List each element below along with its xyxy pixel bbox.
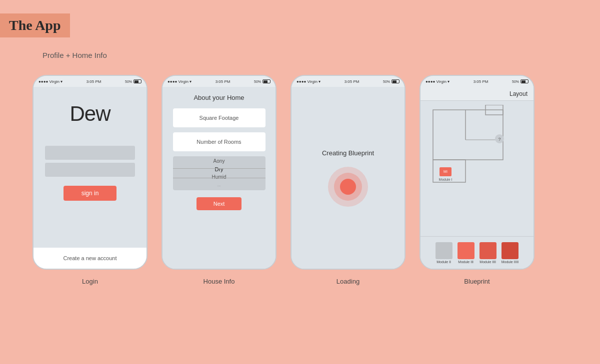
phone-blueprint: ●●●● Virgin ▾ 3:05 PM 50% Layout bbox=[420, 75, 534, 270]
status-left-login: ●●●● Virgin ▾ bbox=[38, 79, 62, 84]
loading-screen: Creating Blueprint bbox=[292, 87, 404, 269]
status-right-loading: 50% bbox=[383, 79, 400, 83]
phone-wrapper-login: ●●●● Virgin ▾ 3:05 PM 50% Dew sign in Cr… bbox=[32, 75, 148, 285]
login-screen: Dew sign in Create a new account bbox=[34, 87, 146, 269]
login-fields bbox=[45, 146, 135, 177]
blueprint-nav-title: Layout bbox=[510, 90, 528, 97]
phone-wrapper-blueprint: ●●●● Virgin ▾ 3:05 PM 50% Layout bbox=[420, 75, 534, 285]
status-right-houseinfo: 50% bbox=[254, 79, 270, 83]
status-time-loading: 3:05 PM bbox=[344, 79, 360, 84]
houseinfo-screen: About your Home Square Footage Number of… bbox=[162, 87, 276, 269]
bottom-module-iiii: Module IIII bbox=[480, 242, 496, 264]
module-iiiii-label: Module IIIII bbox=[502, 260, 519, 264]
number-of-rooms-field[interactable]: Number of Rooms bbox=[173, 132, 266, 151]
page-title: The App bbox=[9, 17, 61, 33]
phones-container: ●●●● Virgin ▾ 3:05 PM 50% Dew sign in Cr… bbox=[32, 75, 534, 285]
sign-in-button[interactable]: sign in bbox=[64, 186, 117, 201]
app-logo: Dew bbox=[70, 102, 110, 126]
phone-label-blueprint: Blueprint bbox=[464, 278, 490, 285]
status-bar-loading: ●●●● Virgin ▾ 3:05 PM 50% bbox=[292, 76, 404, 87]
module-ii-box bbox=[436, 242, 452, 259]
subtitle: Profile + Home Info bbox=[42, 51, 107, 59]
square-footage-field[interactable]: Square Footage bbox=[173, 108, 266, 127]
blueprint-bottom-modules: Module II Module III Module IIII Mo bbox=[420, 236, 534, 269]
status-time-blueprint: 3:05 PM bbox=[474, 79, 488, 84]
module-iii-box bbox=[458, 242, 474, 259]
module-iiiii-box bbox=[502, 242, 518, 259]
picker-item-aony: Aony bbox=[214, 157, 225, 165]
phone-label-login: Login bbox=[82, 278, 98, 285]
module-iiii-label: Module IIII bbox=[480, 260, 496, 264]
module-ii-label: Module II bbox=[436, 260, 451, 264]
status-right-blueprint: 50% bbox=[512, 79, 528, 83]
bottom-module-iii: Module III bbox=[458, 242, 474, 264]
floorplan-svg: MI Module I ? bbox=[426, 105, 520, 192]
picker-divider-top bbox=[173, 168, 266, 169]
blueprint-content: Layout bbox=[420, 87, 534, 269]
phone-login: ●●●● Virgin ▾ 3:05 PM 50% Dew sign in Cr… bbox=[32, 75, 148, 270]
houseinfo-content: About your Home Square Footage Number of… bbox=[162, 87, 276, 269]
picker-item-other: ... bbox=[218, 181, 221, 189]
pulse-outer bbox=[328, 167, 368, 207]
picker-item-dry: Dry bbox=[214, 165, 223, 173]
phone-wrapper-loading: ●●●● Virgin ▾ 3:05 PM 50% Creating Bluep… bbox=[290, 75, 406, 285]
module-iii-label: Module III bbox=[458, 260, 474, 264]
create-account-link[interactable]: Create a new account bbox=[63, 255, 116, 261]
module-iiii-box bbox=[480, 242, 496, 259]
login-content: Dew sign in Create a new account bbox=[34, 87, 146, 269]
houseinfo-title: About your Home bbox=[194, 94, 244, 101]
next-button[interactable]: Next bbox=[196, 197, 242, 210]
password-field[interactable] bbox=[45, 163, 135, 177]
phone-loading: ●●●● Virgin ▾ 3:05 PM 50% Creating Bluep… bbox=[290, 75, 406, 270]
svg-text:MI: MI bbox=[444, 170, 448, 173]
phone-label-loading: Loading bbox=[336, 278, 360, 285]
phone-label-houseinfo: House Info bbox=[204, 278, 235, 285]
blueprint-map-area: MI Module I ? bbox=[420, 101, 534, 236]
creating-blueprint-label: Creating Blueprint bbox=[322, 149, 374, 157]
status-time-houseinfo: 3:05 PM bbox=[216, 79, 230, 84]
pulse-inner bbox=[340, 179, 356, 195]
status-right-login: 50% bbox=[125, 79, 142, 83]
phone-houseinfo: ●●●● Virgin ▾ 3:05 PM 50% About your Hom… bbox=[162, 75, 276, 270]
username-field[interactable] bbox=[45, 146, 135, 160]
svg-rect-0 bbox=[433, 110, 503, 160]
status-left-blueprint: ●●●● Virgin ▾ bbox=[426, 79, 450, 84]
status-left-houseinfo: ●●●● Virgin ▾ bbox=[168, 79, 192, 84]
pulse-mid bbox=[334, 173, 362, 201]
login-bottom-bar: Create a new account bbox=[34, 248, 146, 269]
picker-item-humid: Humid bbox=[212, 173, 226, 181]
blueprint-screen: Layout bbox=[420, 87, 534, 269]
svg-text:Module I: Module I bbox=[439, 178, 452, 181]
status-bar-houseinfo: ●●●● Virgin ▾ 3:05 PM 50% bbox=[162, 76, 276, 87]
bottom-module-iiiii: Module IIIII bbox=[502, 242, 519, 264]
status-left-loading: ●●●● Virgin ▾ bbox=[296, 79, 320, 84]
title-box: The App bbox=[0, 13, 70, 37]
status-time-login: 3:05 PM bbox=[86, 79, 102, 84]
climate-picker[interactable]: Aony Dry Humid ... bbox=[173, 156, 266, 190]
loading-content: Creating Blueprint bbox=[292, 87, 404, 269]
status-bar-login: ●●●● Virgin ▾ 3:05 PM 50% bbox=[34, 76, 146, 87]
phone-wrapper-houseinfo: ●●●● Virgin ▾ 3:05 PM 50% About your Hom… bbox=[162, 75, 276, 285]
svg-text:?: ? bbox=[498, 137, 500, 142]
bottom-module-ii: Module II bbox=[436, 242, 452, 264]
status-bar-blueprint: ●●●● Virgin ▾ 3:05 PM 50% bbox=[420, 76, 534, 87]
blueprint-navbar: Layout bbox=[420, 87, 534, 101]
picker-divider-bottom bbox=[173, 178, 266, 178]
